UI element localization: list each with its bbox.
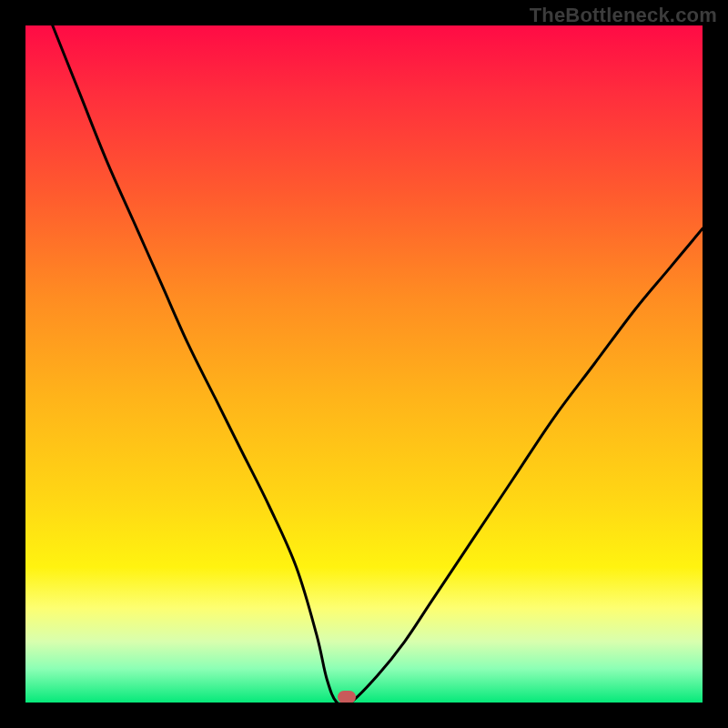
bottleneck-curve	[25, 25, 703, 703]
chart-frame: TheBottleneck.com	[0, 0, 728, 728]
watermark-text: TheBottleneck.com	[530, 4, 717, 27]
plot-area	[25, 25, 703, 703]
optimal-point-marker	[338, 691, 356, 703]
